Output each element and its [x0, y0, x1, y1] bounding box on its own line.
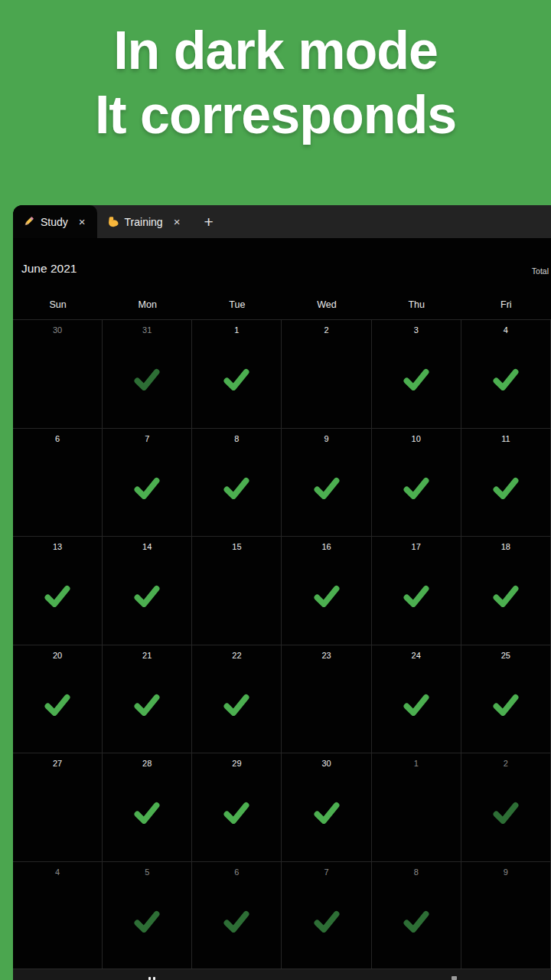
day-cell[interactable]: 8 [192, 429, 282, 537]
check-icon [493, 477, 519, 502]
day-number: 11 [461, 434, 550, 443]
day-cell[interactable]: 31 [103, 320, 192, 429]
banner: In dark mode It corresponds [0, 0, 551, 205]
bottom-bar-partial-icon[interactable] [452, 976, 457, 980]
bottom-bar-partial-icon[interactable] [148, 977, 151, 980]
day-cell[interactable]: 27 [13, 753, 103, 862]
day-number: 16 [282, 542, 370, 551]
day-cell[interactable]: 2 [282, 320, 371, 429]
check-icon [134, 477, 160, 502]
day-number: 29 [192, 759, 281, 768]
day-cell[interactable]: 23 [282, 645, 371, 754]
check-icon [223, 477, 249, 502]
day-number: 21 [103, 651, 191, 660]
day-cell[interactable]: 15 [192, 537, 282, 645]
close-tab-icon[interactable]: × [171, 214, 183, 229]
tab-study[interactable]: Study × [13, 205, 97, 238]
day-number: 9 [461, 867, 550, 877]
day-cell[interactable]: 9 [461, 862, 551, 971]
check-icon [134, 910, 160, 936]
day-number: 24 [372, 651, 461, 660]
check-icon [134, 368, 160, 394]
day-cell[interactable]: 11 [461, 429, 551, 537]
day-number: 1 [372, 759, 461, 768]
day-number: 2 [282, 325, 370, 335]
day-number: 7 [103, 434, 191, 443]
day-cell[interactable]: 6 [192, 862, 282, 971]
day-cell[interactable]: 30 [13, 320, 103, 429]
day-number: 3 [372, 325, 461, 335]
day-number: 30 [13, 325, 102, 335]
day-cell[interactable]: 16 [282, 537, 371, 645]
day-number: 20 [13, 651, 102, 660]
check-icon [403, 477, 429, 502]
day-number: 31 [103, 325, 191, 335]
day-number: 8 [372, 867, 461, 877]
check-icon [493, 368, 519, 394]
check-icon [493, 585, 519, 610]
day-number: 4 [461, 325, 550, 335]
day-number: 5 [103, 867, 191, 877]
day-cell[interactable]: 13 [13, 537, 103, 645]
day-number: 17 [372, 542, 461, 551]
day-cell[interactable]: 21 [103, 645, 192, 754]
day-cell[interactable]: 20 [13, 645, 103, 754]
habit-tracker-panel: Study × Training × + June 2021 Total Sun… [13, 205, 551, 980]
new-tab-button[interactable]: + [191, 205, 225, 238]
check-icon [403, 694, 429, 719]
day-cell[interactable]: 18 [461, 537, 551, 645]
check-icon [314, 585, 340, 610]
day-cell[interactable]: 6 [13, 429, 103, 537]
day-cell[interactable]: 22 [192, 645, 282, 754]
day-cell[interactable]: 10 [372, 429, 461, 537]
day-header: Mon [103, 295, 192, 310]
day-cell[interactable]: 30 [282, 753, 371, 862]
day-cell[interactable]: 25 [461, 645, 551, 754]
day-cell[interactable]: 4 [13, 862, 103, 971]
day-cell[interactable]: 7 [103, 429, 192, 537]
day-number: 13 [13, 542, 102, 551]
month-title: June 2021 [21, 262, 77, 276]
check-icon [134, 802, 160, 827]
day-header: Wed [282, 295, 371, 310]
check-icon [403, 585, 429, 610]
day-cell[interactable]: 29 [192, 753, 282, 862]
day-number: 22 [192, 651, 281, 660]
check-icon [134, 585, 160, 610]
check-icon [314, 910, 340, 936]
tab-training[interactable]: Training × [97, 205, 192, 238]
day-cell[interactable]: 2 [461, 753, 551, 862]
day-number: 8 [192, 434, 281, 443]
day-number: 18 [461, 542, 550, 551]
day-number: 10 [372, 434, 461, 443]
day-cell[interactable]: 9 [282, 429, 371, 537]
day-cell[interactable]: 14 [103, 537, 192, 645]
bottom-bar-partial-icon[interactable] [153, 977, 155, 980]
day-cell[interactable]: 3 [372, 320, 461, 429]
day-number: 6 [192, 867, 281, 877]
day-cell[interactable]: 24 [372, 645, 461, 754]
check-icon [44, 694, 70, 719]
check-icon [223, 910, 249, 936]
close-tab-icon[interactable]: × [77, 214, 88, 229]
day-header: Tue [192, 295, 282, 310]
day-number: 25 [461, 651, 550, 660]
banner-line-2: It corresponds [0, 83, 551, 147]
check-icon [223, 802, 249, 827]
day-header: Sun [13, 295, 103, 310]
day-cell[interactable]: 7 [282, 862, 371, 971]
day-cell[interactable]: 8 [372, 862, 461, 971]
tab-bar: Study × Training × + [13, 205, 551, 238]
day-cell[interactable]: 28 [103, 753, 192, 862]
day-cell[interactable]: 17 [372, 537, 461, 645]
day-cell[interactable]: 5 [103, 862, 192, 971]
day-cell[interactable]: 4 [461, 320, 551, 429]
day-number: 6 [13, 434, 102, 443]
check-icon [493, 802, 519, 827]
day-number: 28 [103, 759, 191, 768]
check-icon [314, 802, 340, 827]
day-header: Fri [461, 295, 551, 310]
day-cell[interactable]: 1 [192, 320, 282, 429]
day-cell[interactable]: 1 [372, 753, 461, 862]
day-number: 7 [282, 867, 370, 877]
